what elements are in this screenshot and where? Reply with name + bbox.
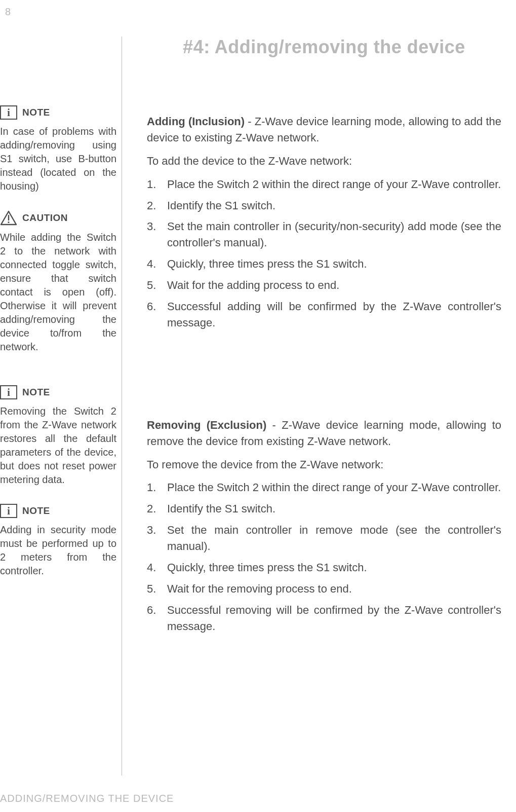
removing-heading: Removing (Exclusion) - Z-Wave device lea…: [147, 417, 501, 450]
note-block-2: i NOTE Removing the Switch 2 from the Z-…: [0, 385, 116, 487]
caution-icon: [0, 210, 17, 226]
list-item: Quickly, three times press the S1 switch…: [147, 256, 501, 272]
caution-text: While adding the Switch 2 to the net­wor…: [0, 231, 116, 354]
sidebar: i NOTE In case of problems with adding/r…: [0, 105, 116, 595]
note-header: i NOTE: [0, 385, 116, 399]
list-item: Identify the S1 switch.: [147, 198, 501, 214]
list-item: Place the Switch 2 within the direct ran…: [147, 176, 501, 193]
info-icon: i: [0, 385, 17, 399]
note-label: NOTE: [22, 504, 50, 518]
list-item: Place the Switch 2 within the direct ran…: [147, 479, 501, 496]
list-item: Successful removing will be confirmed by…: [147, 602, 501, 635]
note-text: Removing the Switch 2 from the Z-Wave ne…: [0, 404, 116, 487]
list-item: Identify the S1 switch.: [147, 501, 501, 517]
caution-header: CAUTION: [0, 210, 116, 226]
note-block-3: i NOTE Adding in security mode must be p…: [0, 504, 116, 578]
list-item: Successful adding will be confirmed by t…: [147, 299, 501, 331]
note-header: i NOTE: [0, 105, 116, 120]
main-content: #4: Adding/removing the device Adding (I…: [147, 36, 501, 640]
adding-heading: Adding (Inclusion) - Z-Wave device learn…: [147, 114, 501, 146]
section-title: #4: Adding/removing the device: [147, 36, 501, 58]
svg-point-2: [8, 222, 9, 223]
list-item: Set the main controller in (security/non…: [147, 218, 501, 251]
vertical-divider: [122, 36, 122, 776]
page-number: 8: [5, 6, 11, 18]
caution-block: CAUTION While adding the Switch 2 to the…: [0, 210, 116, 354]
removing-heading-bold: Removing (Exclusion): [147, 419, 266, 431]
removing-steps-list: Place the Switch 2 within the direct ran…: [147, 479, 501, 634]
list-item: Wait for the adding process to end.: [147, 277, 501, 293]
adding-intro: To add the device to the Z-Wave network:: [147, 153, 501, 169]
list-item: Set the main controller in remove mode (…: [147, 522, 501, 555]
info-icon: i: [0, 504, 17, 518]
note-block-1: i NOTE In case of problems with adding/r…: [0, 105, 116, 193]
note-text: Adding in security mode must be per­form…: [0, 523, 116, 578]
main-body: Adding (Inclusion) - Z-Wave device learn…: [147, 114, 501, 635]
removing-intro: To remove the device from the Z-Wave net…: [147, 457, 501, 473]
adding-heading-bold: Adding (Inclusion): [147, 115, 245, 128]
note-label: NOTE: [22, 386, 50, 399]
adding-steps-list: Place the Switch 2 within the direct ran…: [147, 176, 501, 331]
note-header: i NOTE: [0, 504, 116, 518]
footer-text: ADDING/REMOVING THE DEVICE: [0, 793, 174, 804]
list-item: Quickly, three times press the S1 switch…: [147, 560, 501, 576]
note-label: NOTE: [22, 106, 50, 119]
caution-label: CAUTION: [22, 211, 68, 225]
info-icon: i: [0, 105, 17, 120]
note-text: In case of problems with adding/remov­in…: [0, 125, 116, 193]
list-item: Wait for the removing process to end.: [147, 581, 501, 597]
